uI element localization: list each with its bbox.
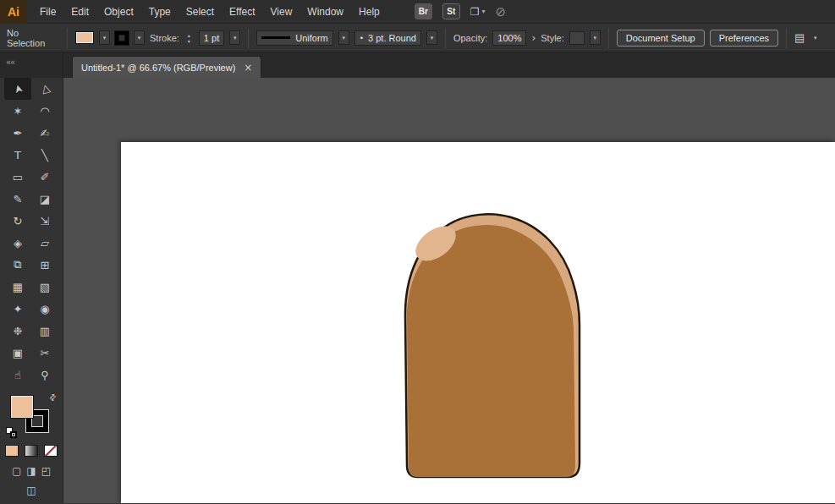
draw-behind-button[interactable]: ◨	[26, 465, 36, 477]
canvas-pasteboard[interactable]	[63, 78, 835, 503]
menu-file[interactable]: File	[32, 1, 63, 23]
workspace-switcher[interactable]: ❐ ▾	[470, 6, 486, 18]
default-fill-stroke-icon[interactable]	[6, 427, 17, 438]
stepper-down-icon[interactable]: ▾	[184, 38, 194, 44]
document-tab[interactable]: Untitled-1* @ 66.67% (RGB/Preview) ×	[72, 56, 261, 78]
swap-fill-stroke-icon[interactable]: ⇄	[47, 392, 58, 403]
menu-select[interactable]: Select	[179, 1, 222, 23]
menu-help[interactable]: Help	[351, 1, 387, 23]
cs-live-icon[interactable]: ⊘	[496, 4, 507, 19]
fill-dropdown-chevron[interactable]: ▾	[99, 30, 110, 45]
none-mode-button[interactable]	[44, 445, 58, 457]
bridge-button[interactable]: Br	[415, 3, 432, 19]
opacity-field[interactable]: 100%	[492, 30, 526, 46]
color-mode-button[interactable]	[5, 445, 19, 457]
eyedropper-tool[interactable]: ✦	[4, 298, 31, 320]
shape-builder-tool[interactable]: ⧉	[4, 254, 31, 276]
stroke-label: Stroke:	[150, 33, 179, 43]
blend-tool[interactable]: ◉	[31, 298, 58, 320]
stepper-up-icon[interactable]: ▴	[184, 32, 194, 38]
close-tab-icon[interactable]: ×	[244, 62, 252, 74]
blob-brush-tool[interactable]: ✍	[31, 122, 58, 144]
width-profile-field[interactable]: Uniform	[256, 30, 333, 46]
illustrator-window: Ai File Edit Object Type Select Effect V…	[0, 0, 835, 504]
panel-options-icon[interactable]: ▤	[794, 31, 805, 44]
stroke-weight-chevron[interactable]: ▾	[229, 30, 240, 45]
menubar-right: Br St ❐ ▾ ⊘	[415, 3, 506, 19]
width-profile-preview	[261, 36, 290, 39]
menu-object[interactable]: Object	[96, 1, 141, 23]
panel-collapse-button[interactable]: ««	[0, 52, 63, 78]
zoom-tool[interactable]: ⚲	[31, 364, 58, 386]
stroke-dropdown-chevron[interactable]: ▾	[134, 30, 145, 45]
tools-panel: «« ➤ ▷ ✶ ◠ ✒ ✍ T ╲ ▭ ✐ ✎ ◪ ↻ ⇲ ◈ ▱ ⧉ ⊞ ▦	[0, 52, 63, 503]
gradient-mode-button[interactable]	[25, 445, 38, 457]
menu-effect[interactable]: Effect	[222, 1, 262, 23]
brush-chevron[interactable]: ▾	[426, 30, 437, 45]
column-graph-tool[interactable]: ▥	[31, 320, 58, 342]
fill-stroke-indicator: ⇄	[6, 392, 57, 438]
scale-tool[interactable]: ⇲	[31, 210, 58, 232]
artboard[interactable]	[121, 142, 835, 503]
stroke-weight-field[interactable]: 1 pt	[199, 30, 224, 46]
slice-tool[interactable]: ✂	[31, 342, 58, 364]
workspace-icon: ❐	[470, 6, 480, 18]
fill-color-swatch[interactable]	[75, 31, 94, 44]
style-label: Style:	[541, 33, 564, 43]
direct-selection-tool[interactable]: ▷	[31, 78, 58, 100]
eraser-tool[interactable]: ◪	[31, 188, 58, 210]
separator	[786, 28, 787, 48]
separator	[248, 28, 249, 48]
gradient-tool[interactable]: ▧	[31, 276, 58, 298]
symbol-sprayer-tool[interactable]: ❉	[4, 320, 31, 342]
lasso-tool[interactable]: ◠	[31, 100, 58, 122]
separator	[608, 28, 609, 48]
stroke-color-swatch[interactable]	[115, 31, 129, 45]
menubar: Ai File Edit Object Type Select Effect V…	[0, 0, 835, 24]
selection-tool[interactable]: ➤	[4, 78, 31, 100]
rotate-tool[interactable]: ↻	[4, 210, 31, 232]
main-area: «« ➤ ▷ ✶ ◠ ✒ ✍ T ╲ ▭ ✐ ✎ ◪ ↻ ⇲ ◈ ▱ ⧉ ⊞ ▦	[0, 52, 835, 503]
free-transform-tool[interactable]: ▱	[31, 232, 58, 254]
menu-edit[interactable]: Edit	[63, 1, 96, 23]
artboard-tool[interactable]: ▣	[4, 342, 31, 364]
document-area: Untitled-1* @ 66.67% (RGB/Preview) ×	[63, 52, 835, 503]
style-chevron[interactable]: ▾	[590, 30, 601, 45]
style-swatch[interactable]	[569, 31, 585, 45]
opacity-label: Opacity:	[453, 33, 487, 43]
panel-options-chevron[interactable]: ▾	[810, 30, 821, 45]
shape-body[interactable]	[407, 225, 575, 477]
stock-button[interactable]: St	[442, 3, 460, 19]
type-tool[interactable]: T	[4, 144, 31, 166]
preferences-button[interactable]: Preferences	[710, 30, 778, 47]
menu-view[interactable]: View	[263, 1, 300, 23]
brush-field[interactable]: • 3 pt. Round	[354, 30, 421, 46]
mesh-tool[interactable]: ▦	[4, 276, 31, 298]
pen-tool[interactable]: ✒	[4, 122, 31, 144]
drawing-canvas[interactable]	[121, 142, 835, 503]
draw-inside-button[interactable]: ◰	[41, 465, 51, 477]
width-tool[interactable]: ◈	[4, 232, 31, 254]
paintbrush-tool[interactable]: ✐	[31, 166, 58, 188]
chevron-down-icon: ▾	[482, 8, 486, 15]
selection-status: No Selection	[7, 28, 59, 48]
separator	[445, 28, 446, 48]
stroke-weight-stepper[interactable]: ▴ ▾	[184, 30, 194, 46]
draw-normal-button[interactable]: ▢	[12, 465, 21, 477]
rectangle-tool[interactable]: ▭	[4, 166, 31, 188]
screen-mode-row: ◫	[0, 485, 63, 496]
magic-wand-tool[interactable]: ✶	[4, 100, 31, 122]
fill-color-well[interactable]	[11, 396, 33, 418]
paint-mode-row	[0, 445, 63, 457]
line-segment-tool[interactable]: ╲	[31, 144, 58, 166]
separator	[67, 28, 68, 48]
opacity-menu-arrow[interactable]: ›	[531, 32, 536, 44]
menu-window[interactable]: Window	[299, 1, 351, 23]
pencil-tool[interactable]: ✎	[4, 188, 31, 210]
menu-type[interactable]: Type	[141, 1, 179, 23]
perspective-grid-tool[interactable]: ⊞	[31, 254, 58, 276]
screen-mode-button[interactable]: ◫	[26, 485, 36, 496]
document-setup-button[interactable]: Document Setup	[617, 30, 705, 47]
width-profile-chevron[interactable]: ▾	[338, 30, 349, 45]
hand-tool[interactable]: ☝	[4, 364, 31, 386]
